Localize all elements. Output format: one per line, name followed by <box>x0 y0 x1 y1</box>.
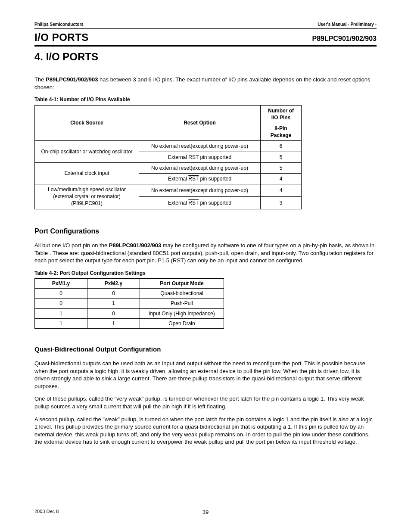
part-ref: P89LPC901/902/903 <box>46 76 98 83</box>
header-doc-type: User's Manual - Preliminary - <box>318 22 377 28</box>
quasi-heading: Quasi-Bidirectional Output Configuration <box>34 345 377 354</box>
table-row: 1 1 Open Drain <box>35 318 224 328</box>
table-2: PxM1.y PxM2.y Port Output Mode 0 0 Quasi… <box>34 278 224 329</box>
td-pins-2b: 4 <box>261 173 302 184</box>
running-header: Philips Semiconductors User's Manual - P… <box>34 22 377 28</box>
chapter-title: 4. I/O PORTS <box>34 50 377 64</box>
td-reset-1a: No external reset(except during power-up… <box>139 141 261 152</box>
td-clock-3: Low/medium/high speed oscillator (extern… <box>35 184 139 209</box>
section-header: I/O PORTS P89LPC901/902/903 <box>34 31 377 44</box>
th-reset-option: Reset Option <box>139 105 261 141</box>
th-pxm1: PxM1.y <box>35 279 87 289</box>
page-number: 39 <box>202 508 209 516</box>
th-output-mode: Port Output Mode <box>140 279 224 289</box>
td-reset-2a: No external reset(except during power-up… <box>139 162 261 173</box>
section-title: I/O PORTS <box>34 31 89 44</box>
page-footer: 2003 Dec 8 39 <box>34 508 377 515</box>
td-reset-1b: External RST pin supported <box>139 152 261 162</box>
quasi-p3: A second pullup, called the "weak" pullu… <box>34 416 377 446</box>
port-config-heading: Port Configurations <box>34 227 377 236</box>
td-reset-3b: External RST pin supported <box>139 196 261 209</box>
td-pins-3b: 3 <box>261 196 302 209</box>
intro-paragraph: The P89LPC901/902/903 has between 3 and … <box>34 76 377 91</box>
th-pxm2: PxM2.y <box>87 279 140 289</box>
th-package: 8-Pin Package <box>261 123 302 140</box>
table-row: 0 1 Push-Pull <box>35 299 224 308</box>
port-config-paragraph: All but one I/O port pin on the P89LPC90… <box>34 242 377 264</box>
th-clock-source: Clock Source <box>35 105 139 141</box>
table-1-caption: Table 4-1: Number of I/O Pins Available <box>34 96 377 103</box>
part-ref-2: P89LPC901/902/903 <box>109 242 161 249</box>
table-1: Clock Source Reset Option Number of I/O … <box>34 105 302 209</box>
td-reset-3a: No external reset(except during power-up… <box>139 184 261 197</box>
table-row: 0 0 Quasi-bidirectional <box>35 289 224 299</box>
th-num-io: Number of I/O Pins <box>261 105 302 123</box>
quasi-p2: One of these pullups, called the "very w… <box>34 395 377 410</box>
td-pins-1a: 6 <box>261 141 302 152</box>
td-clock-1: On-chip oscillator or watchdog oscillato… <box>35 141 139 162</box>
td-pins-3a: 4 <box>261 184 302 197</box>
td-pins-2a: 5 <box>261 162 302 173</box>
part-number: P89LPC901/902/903 <box>312 34 377 44</box>
header-rule <box>34 28 377 29</box>
header-company: Philips Semiconductors <box>34 22 84 28</box>
table-2-caption: Table 4-2: Port Output Configuration Set… <box>34 270 377 277</box>
td-pins-1b: 5 <box>261 152 302 162</box>
td-reset-2b: External RST pin supported <box>139 173 261 184</box>
quasi-p1: Quasi-bidirectional outputs can be used … <box>34 360 377 390</box>
section-rule <box>34 45 377 47</box>
footer-date: 2003 Dec 8 <box>34 508 59 515</box>
td-clock-2: External clock input <box>35 162 139 184</box>
table-row: 1 0 Input Only (High Impedance) <box>35 308 224 318</box>
